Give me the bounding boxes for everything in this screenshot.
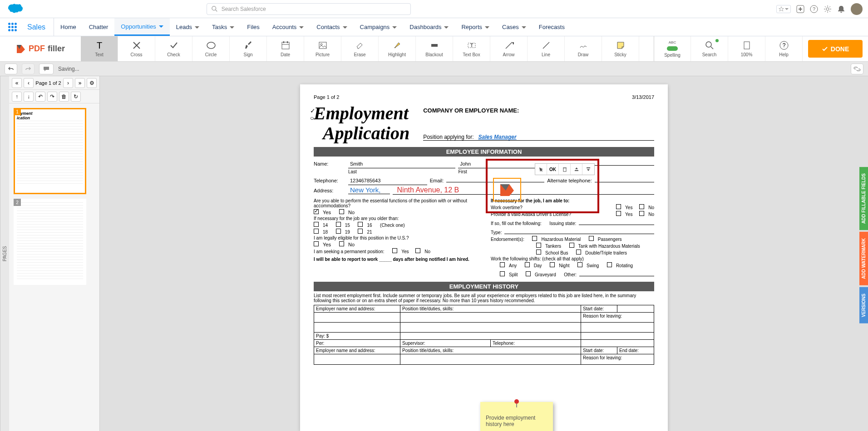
status-text: Saving... xyxy=(58,66,79,72)
tab-tasks[interactable]: Tasks xyxy=(206,18,241,36)
tab-accounts[interactable]: Accounts xyxy=(266,18,310,36)
tab-campaigns[interactable]: Campaigns xyxy=(354,18,404,36)
telephone-field[interactable]: 12346785643 xyxy=(348,178,427,185)
tool-picture[interactable]: Picture xyxy=(304,36,341,61)
add-icon[interactable] xyxy=(796,5,804,13)
last-page-button[interactable]: » xyxy=(75,78,85,88)
next-page-button[interactable]: › xyxy=(63,78,73,88)
tool-erase[interactable]: Erase xyxy=(341,36,379,61)
side-tab-fillable-fields[interactable]: ADD FILLABLE FIELDS xyxy=(859,167,868,230)
tool-blackout[interactable]: Blackout xyxy=(416,36,453,61)
img-tool-scale-up[interactable] xyxy=(571,164,582,175)
doc-title-2: Application xyxy=(314,123,409,143)
svg-point-0 xyxy=(212,6,216,10)
app-launcher-icon[interactable] xyxy=(5,18,19,36)
salesforce-logo xyxy=(5,3,24,15)
notifications-icon[interactable] xyxy=(837,5,845,13)
tab-contacts[interactable]: Contacts xyxy=(310,18,353,36)
tool-text[interactable]: TText xyxy=(81,36,118,61)
svg-text:T: T xyxy=(96,40,102,50)
tab-dashboards[interactable]: Dashboards xyxy=(403,18,455,36)
svg-point-23 xyxy=(706,42,711,47)
address-city[interactable]: New York, xyxy=(348,186,390,194)
page-sidebar: « ‹ Page 1 of 2 › » ⚙ ↑ ↓ ↶ ↷ 🗑 ↻ 1 loym… xyxy=(9,76,100,431)
company-label: COMPANY OR EMPLOYER NAME: xyxy=(423,103,654,114)
comment-button[interactable] xyxy=(39,64,54,74)
img-tool-scale-down[interactable] xyxy=(582,164,594,175)
svg-point-7 xyxy=(826,8,829,10)
page-thumbnail-1[interactable]: 1 loymentication xyxy=(14,108,86,194)
tool-cross[interactable]: Cross xyxy=(118,36,155,61)
page-date: 3/13/2017 xyxy=(632,94,654,100)
tab-opportunities[interactable]: Opportunities xyxy=(114,18,169,36)
svg-text:?: ? xyxy=(782,42,785,49)
page-settings-button[interactable]: ⚙ xyxy=(87,78,97,88)
tool-zoom[interactable]: 100% xyxy=(728,36,765,61)
inserted-image[interactable] xyxy=(493,178,521,201)
document-canvas[interactable]: Page 1 of 2 3/13/2017 ✓○ Employment Appl… xyxy=(100,76,868,431)
image-annotation-tools: OK xyxy=(535,163,595,175)
position-value[interactable]: Sales Manager xyxy=(478,134,517,140)
search-icon xyxy=(212,6,218,12)
salesforce-nav: Sales Home Chatter Opportunities Leads T… xyxy=(0,18,868,36)
alt-telephone-field[interactable] xyxy=(595,175,654,182)
tool-sign[interactable]: Sign xyxy=(230,36,267,61)
svg-rect-12 xyxy=(282,42,289,49)
rotate-ccw-button[interactable]: ↶ xyxy=(35,92,45,102)
rotate-cw-button[interactable]: ↷ xyxy=(47,92,57,102)
tool-line[interactable]: Line xyxy=(528,36,565,61)
tool-arrow[interactable]: Arrow xyxy=(490,36,528,61)
side-tab-versions[interactable]: VERSIONS xyxy=(859,287,868,323)
tab-cases[interactable]: Cases xyxy=(496,18,533,36)
img-tool-delete[interactable] xyxy=(559,164,571,175)
tab-forecasts[interactable]: Forecasts xyxy=(533,18,571,36)
page-thumbnail-2[interactable]: 2 xyxy=(14,199,86,285)
tool-spelling[interactable]: ABCSpelling xyxy=(654,36,691,61)
search-input[interactable]: Search Salesforce xyxy=(207,3,411,15)
user-avatar[interactable] xyxy=(851,3,863,15)
help-icon[interactable]: ? xyxy=(810,5,818,13)
svg-line-21 xyxy=(506,42,512,49)
sticky-note[interactable]: Provide employment history here xyxy=(480,402,553,431)
position-label: Position applying for: xyxy=(423,134,473,140)
tool-help[interactable]: ?Help xyxy=(765,36,803,61)
undo-button[interactable] xyxy=(5,64,17,74)
svg-text:T: T xyxy=(470,43,473,48)
app-name: Sales xyxy=(19,18,54,36)
tool-search[interactable]: Search xyxy=(691,36,728,61)
redo-button[interactable] xyxy=(22,64,35,74)
img-tool-ok[interactable]: OK xyxy=(547,164,559,175)
tool-circle[interactable]: Circle xyxy=(192,36,230,61)
tab-files[interactable]: Files xyxy=(241,18,266,36)
tool-draw[interactable]: Draw xyxy=(565,36,602,61)
image-annotation-highlight: OK xyxy=(486,159,599,213)
img-tool-cursor[interactable] xyxy=(535,164,547,175)
delete-page-button[interactable]: 🗑 xyxy=(59,92,69,102)
reset-page-button[interactable]: ↻ xyxy=(71,92,81,102)
svg-rect-18 xyxy=(431,44,438,47)
tool-textbox[interactable]: TText Box xyxy=(453,36,490,61)
chevron-down-icon xyxy=(159,24,163,29)
settings-icon[interactable] xyxy=(824,5,832,13)
move-up-button[interactable]: ↑ xyxy=(12,92,22,102)
tool-check[interactable]: Check xyxy=(155,36,192,61)
side-tab-watermark[interactable]: ADD WATERMARK xyxy=(859,232,868,285)
move-down-button[interactable]: ↓ xyxy=(24,92,34,102)
svg-line-1 xyxy=(215,10,217,11)
tab-reports[interactable]: Reports xyxy=(455,18,496,36)
tab-chatter[interactable]: Chatter xyxy=(83,18,115,36)
tool-highlight[interactable]: Highlight xyxy=(379,36,416,61)
prev-page-button[interactable]: ‹ xyxy=(24,78,34,88)
checkbox-essential-yes[interactable] xyxy=(314,209,319,214)
link-button[interactable] xyxy=(851,64,863,74)
first-page-button[interactable]: « xyxy=(12,78,22,88)
favorites-dropdown[interactable] xyxy=(776,5,791,13)
done-button[interactable]: DONE xyxy=(808,40,863,58)
pages-tab[interactable]: PAGES xyxy=(0,76,9,431)
tab-leads[interactable]: Leads xyxy=(170,18,206,36)
tab-home[interactable]: Home xyxy=(54,18,83,36)
last-name-field[interactable]: Smith xyxy=(348,161,455,168)
checkbox-essential-no[interactable] xyxy=(339,209,344,214)
tool-date[interactable]: Date xyxy=(267,36,304,61)
tool-sticky[interactable]: Sticky xyxy=(602,36,639,61)
